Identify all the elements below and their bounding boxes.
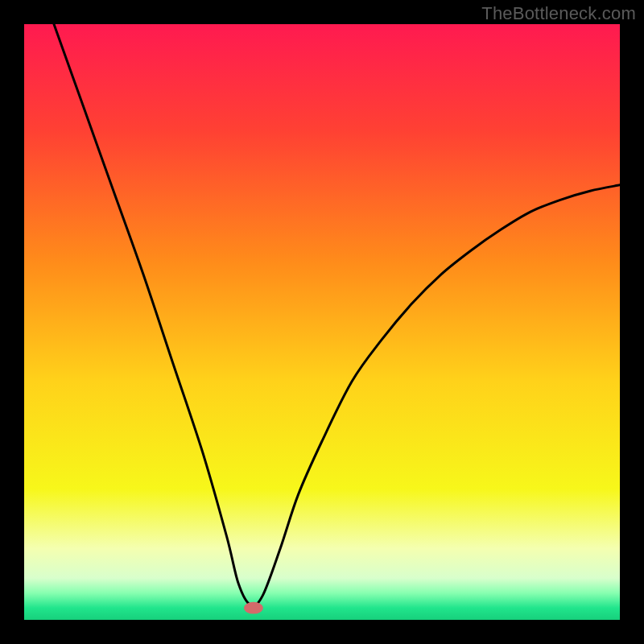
- chart-container: TheBottleneck.com: [0, 0, 644, 644]
- optimal-marker: [244, 602, 263, 614]
- bottleneck-chart: [0, 0, 644, 644]
- plot-background: [24, 24, 620, 620]
- watermark-text: TheBottleneck.com: [481, 3, 636, 24]
